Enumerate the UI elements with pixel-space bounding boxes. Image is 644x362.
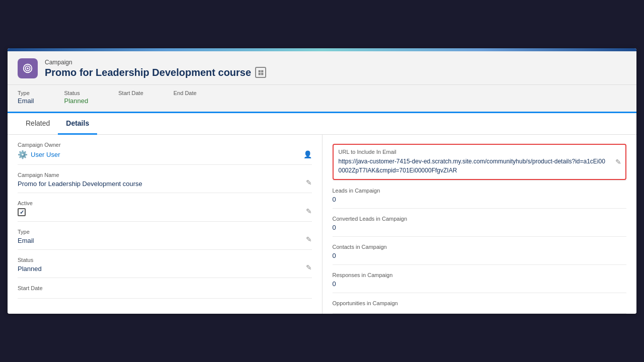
svg-rect-5: [258, 73, 260, 75]
assign-owner-icon[interactable]: 👤: [303, 150, 312, 158]
contacts-label: Contacts in Campaign: [333, 244, 627, 250]
page-title: Promo for Leadership Development course: [45, 67, 626, 78]
svg-point-2: [27, 67, 29, 69]
campaign-name-label: Campaign Name: [18, 172, 312, 178]
active-label: Active: [18, 200, 312, 206]
change-record-type-button[interactable]: [255, 67, 266, 78]
page-title-text: Promo for Leadership Development course: [45, 67, 251, 78]
opportunities-field: Opportunities in Campaign: [333, 293, 627, 314]
edit-status-icon[interactable]: ✎: [306, 263, 312, 272]
active-value: [18, 208, 312, 216]
responses-field: Responses in Campaign 0: [333, 265, 627, 293]
edit-campaign-name-icon[interactable]: ✎: [306, 178, 312, 187]
campaign-owner-field: Campaign Owner ⚙️ User User 👤: [18, 135, 312, 165]
end-date-label: End Date: [174, 90, 197, 96]
contacts-field: Contacts in Campaign 0: [333, 237, 627, 265]
header-text-area: Campaign Promo for Leadership Developmen…: [45, 59, 626, 78]
responses-value: 0: [333, 280, 627, 288]
contacts-value: 0: [333, 252, 627, 259]
type-label: Type: [18, 90, 34, 96]
converted-leads-value: 0: [333, 224, 627, 231]
fields-bar: Type Email Status Planned Start Date End…: [8, 85, 636, 113]
type-field-summary: Type Email: [18, 90, 34, 105]
status-field-value: Planned: [18, 265, 312, 273]
url-field-label: URL to Include In Email: [339, 149, 621, 155]
tab-details[interactable]: Details: [58, 113, 97, 135]
type-field-value: Email: [18, 237, 312, 244]
status-label: Status: [64, 90, 89, 96]
active-field: Active ✎: [18, 193, 312, 222]
campaign-name-field: Campaign Name Promo for Leadership Devel…: [18, 165, 312, 193]
record-header: Campaign Promo for Leadership Developmen…: [8, 51, 636, 85]
detail-content: Campaign Owner ⚙️ User User 👤 Campaign N…: [8, 135, 636, 314]
left-column: Campaign Owner ⚙️ User User 👤 Campaign N…: [18, 135, 323, 314]
status-field-summary: Status Planned: [64, 90, 89, 105]
owner-avatar-icon: ⚙️: [18, 150, 28, 159]
status-value: Planned: [64, 97, 89, 105]
active-checkbox[interactable]: [18, 208, 26, 216]
type-field: Type Email ✎: [18, 222, 312, 250]
campaign-name-value: Promo for Leadership Development course: [18, 180, 312, 188]
converted-leads-field: Converted Leads in Campaign 0: [333, 209, 627, 237]
responses-label: Responses in Campaign: [333, 272, 627, 278]
edit-active-icon[interactable]: ✎: [306, 207, 312, 215]
svg-rect-6: [261, 73, 263, 75]
campaign-icon: [18, 58, 38, 78]
breadcrumb: Campaign: [45, 59, 626, 66]
start-date-field-summary: Start Date: [118, 90, 143, 105]
start-date-label: Start Date: [118, 90, 143, 96]
start-date-field-label: Start Date: [18, 285, 312, 291]
converted-leads-label: Converted Leads in Campaign: [333, 216, 627, 222]
url-field-row: URL to Include In Email https://java-cus…: [333, 135, 627, 180]
leads-field: Leads in Campaign 0: [333, 180, 627, 209]
edit-url-icon[interactable]: ✎: [615, 158, 621, 166]
app-window: Campaign Promo for Leadership Developmen…: [8, 48, 636, 314]
opportunities-label: Opportunities in Campaign: [333, 300, 627, 306]
right-column: URL to Include In Email https://java-cus…: [323, 135, 627, 314]
url-field-highlighted: URL to Include In Email https://java-cus…: [333, 144, 627, 180]
svg-rect-3: [258, 70, 260, 72]
end-date-field-summary: End Date: [174, 90, 197, 105]
edit-type-icon[interactable]: ✎: [306, 235, 312, 243]
start-date-field: Start Date: [18, 278, 312, 299]
type-field-label: Type: [18, 229, 312, 235]
campaign-owner-label: Campaign Owner: [18, 142, 312, 148]
tab-bar: Related Details: [8, 113, 636, 135]
status-field: Status Planned ✎: [18, 250, 312, 278]
url-field-value: https://java-customer-7415-dev-ed.scratc…: [339, 157, 621, 175]
tab-related[interactable]: Related: [18, 113, 58, 135]
leads-value: 0: [333, 196, 627, 203]
leads-label: Leads in Campaign: [333, 188, 627, 194]
owner-link[interactable]: User User: [31, 151, 60, 158]
svg-rect-4: [261, 70, 263, 72]
status-field-label: Status: [18, 257, 312, 263]
campaign-owner-value: ⚙️ User User: [18, 150, 312, 159]
type-value: Email: [18, 97, 34, 105]
